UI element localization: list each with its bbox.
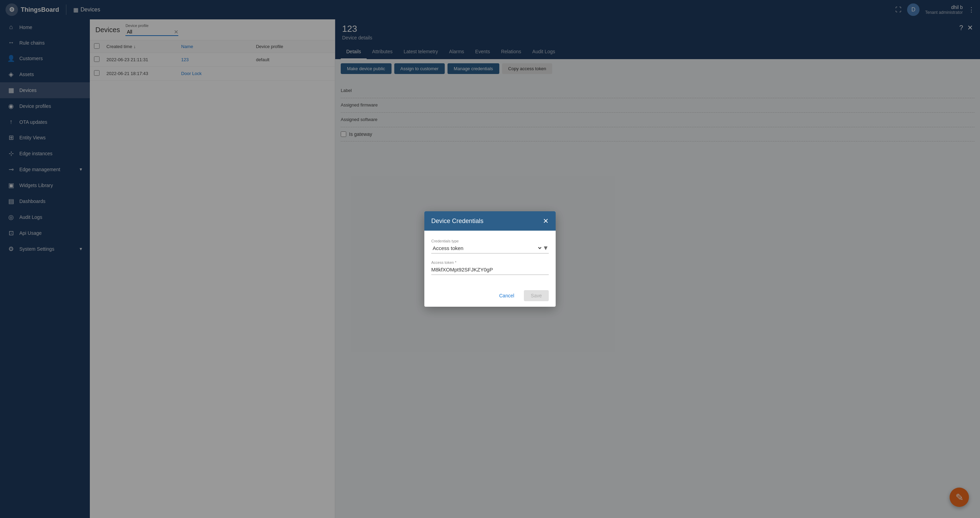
access-token-label: Access token * bbox=[431, 260, 549, 265]
credentials-type-select[interactable]: Access token X.509 Certificate MQTT Basi… bbox=[431, 245, 542, 252]
modal-save-button[interactable]: Save bbox=[524, 290, 549, 301]
modal-overlay: Device Credentials ✕ Credentials type Ac… bbox=[0, 0, 980, 518]
access-token-input[interactable] bbox=[431, 266, 549, 273]
modal-body: Credentials type Access token X.509 Cert… bbox=[424, 231, 556, 287]
access-token-input-wrap bbox=[431, 266, 549, 275]
device-credentials-modal: Device Credentials ✕ Credentials type Ac… bbox=[424, 211, 556, 307]
chevron-down-icon: ▼ bbox=[542, 244, 549, 252]
credentials-type-select-wrap: Access token X.509 Certificate MQTT Basi… bbox=[431, 244, 549, 253]
credentials-type-field: Credentials type Access token X.509 Cert… bbox=[431, 239, 549, 253]
modal-title: Device Credentials bbox=[431, 217, 484, 225]
modal-close-button[interactable]: ✕ bbox=[543, 217, 549, 225]
modal-actions: Cancel Save bbox=[424, 287, 556, 307]
modal-header: Device Credentials ✕ bbox=[424, 211, 556, 231]
modal-cancel-button[interactable]: Cancel bbox=[492, 290, 521, 301]
credentials-type-label: Credentials type bbox=[431, 239, 549, 243]
access-token-field: Access token * bbox=[431, 260, 549, 275]
